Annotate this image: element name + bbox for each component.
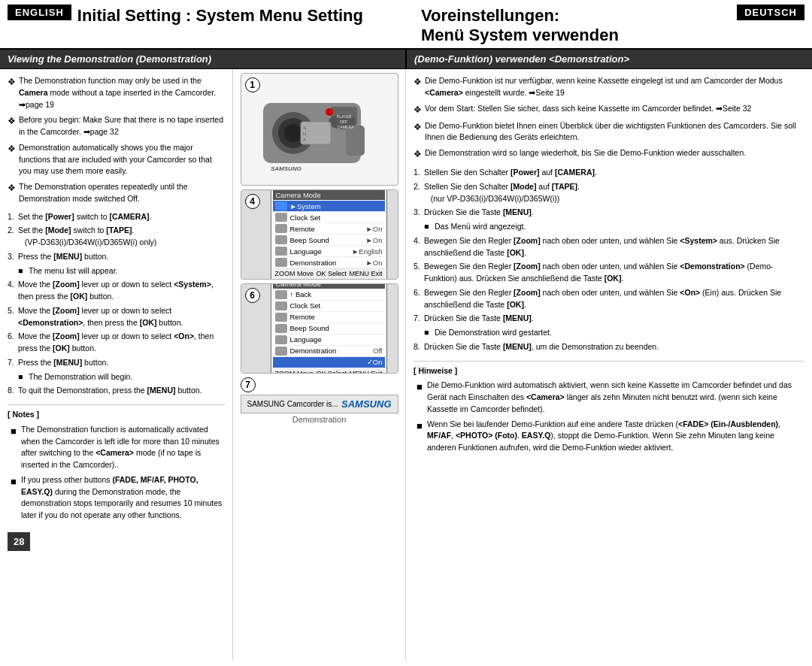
- right-step-3-sub: ■Das Menü wird angezeigt.: [414, 221, 804, 233]
- menu-footer-2: ZOOM Move OK Select MENU Exit: [273, 368, 385, 374]
- numbered-list: 1.Set the [Power] switch to [CAMERA]. 2.…: [8, 211, 225, 398]
- note-1: ■ The Demonstration function is automati…: [8, 424, 225, 471]
- menu-header-2: Camera Mode: [273, 283, 385, 289]
- bullet-4: ❖ The Demonstration operates repeatedly …: [8, 181, 225, 205]
- right-step-7-sub: ■Die Demonstration wird gestartet.: [414, 327, 804, 339]
- samsung-logo: SAMSUNG: [341, 398, 391, 410]
- diamond-icon: ❖: [414, 103, 422, 117]
- svg-text:PLAYER: PLAYER: [337, 114, 352, 119]
- step-3-sub: ■The menu list will appear.: [8, 265, 225, 277]
- right-step-7: 7.Drücken Sie die Taste [MENU].: [414, 313, 804, 325]
- menu-icon-remote: [275, 224, 287, 233]
- menu-icon-demo: [275, 258, 287, 267]
- svg-point-3: [284, 124, 302, 142]
- notes-section: [ Notes ] ■ The Demonstration function i…: [8, 404, 225, 522]
- header-left: ENGLISH Initial Setting : System Menu Se…: [8, 5, 406, 45]
- menu-icon-beep2: [275, 324, 287, 333]
- menu-row-back: ↑ Back: [273, 289, 385, 301]
- right-column: ❖ Die Demo-Funktion ist nur verfügbar, w…: [406, 69, 812, 660]
- menu-icon-clock: [275, 213, 287, 222]
- step-badge-1: 1: [245, 77, 260, 92]
- menu-box-1-container: 4 Camera Mode ►System Clock Set Remote: [241, 189, 398, 280]
- demonstration-label: Demonstration: [241, 413, 398, 425]
- right-bullet-1: ❖ Die Demo-Funktion ist nur verfügbar, w…: [414, 75, 804, 99]
- menu-row-language: Language ►English: [273, 246, 385, 257]
- step-badge-6: 6: [245, 288, 260, 303]
- menu-icon-lang2: [275, 335, 287, 344]
- page-number: 28: [8, 525, 225, 552]
- right-bullet-3: ❖ Die Demo-Funktion bietet Ihnen einen Ü…: [414, 120, 804, 144]
- menu-icon-clock2: [275, 301, 287, 310]
- menu-icon-back: [275, 290, 287, 299]
- svg-rect-5: [346, 126, 365, 156]
- step-7-sub: ■The Demonstration will begin.: [8, 371, 225, 383]
- menu-row-language2: Language: [273, 335, 385, 346]
- right-numbered-list: 1.Stellen Sie den Schalter [Power] auf […: [414, 167, 804, 353]
- right-bullet-2: ❖ Vor dem Start: Stellen Sie sicher, das…: [414, 103, 804, 117]
- right-bullets: ❖ Die Demo-Funktion ist nur verfügbar, w…: [414, 75, 804, 161]
- step-7: 7.Press the [MENU] button.: [8, 357, 225, 369]
- svg-text:OFF: OFF: [340, 120, 347, 124]
- camera-svg: PLAYER OFF CAMERA SAMSUNG S H A: [256, 80, 383, 178]
- menu-icon-remote2: [275, 313, 287, 322]
- header-right: Voreinstellungen: Menü System verwenden …: [406, 5, 804, 45]
- hinweis-1: ■ Die Demo-Funktion wird automatisch akt…: [414, 380, 804, 415]
- menu-header-1: Camera Mode: [273, 190, 385, 200]
- menu-icon-on: [275, 358, 287, 367]
- section-header-right: (Demo-Funktion) verwenden <Demonstration…: [407, 50, 812, 68]
- menu-row-remote2: Remote: [273, 312, 385, 323]
- menu-row-on: ✓On: [273, 357, 385, 368]
- english-label: ENGLISH: [8, 5, 71, 20]
- menu-row-beep2: Beep Sound: [273, 323, 385, 335]
- svg-text:SAMSUNG: SAMSUNG: [271, 165, 301, 172]
- step-badge-7: 7: [241, 377, 256, 392]
- menu-row-beep: Beep Sound ►On: [273, 235, 385, 246]
- title-left: Initial Setting : System Menu Setting: [71, 5, 406, 26]
- camera-image-box-1: 1 PLAYER OFF CAMERA: [241, 73, 398, 186]
- right-step-5: 5.Bewegen Sie den Regler [Zoom] nach obe…: [414, 261, 804, 285]
- left-bullets: ❖ The Demonstration function may only be…: [8, 75, 225, 205]
- step-6: 6.Move the [Zoom] lever up or down to se…: [8, 331, 225, 355]
- svg-text:CAMERA: CAMERA: [338, 125, 354, 129]
- right-step-6: 6.Bewegen Sie den Regler [Zoom] nach obe…: [414, 287, 804, 311]
- menu-box-2: Camera Mode ↑ Back Clock Set Remote: [271, 283, 387, 374]
- samsung-text: SAMSUNG Camcorder is...: [247, 400, 338, 408]
- hinweise-section: [ Hinweise ] ■ Die Demo-Funktion wird au…: [414, 361, 804, 454]
- step-badge-4: 4: [245, 194, 260, 209]
- center-column: 1 PLAYER OFF CAMERA: [233, 69, 406, 660]
- step-4: 4.Move the [Zoom] lever up or down to se…: [8, 279, 225, 303]
- bullet-1: ❖ The Demonstration function may only be…: [8, 75, 225, 110]
- right-step-8: 8.Drücken Sie die Taste [MENU], um die D…: [414, 341, 804, 353]
- bullet-3: ❖ Demonstration automatically shows you …: [8, 142, 225, 177]
- diamond-icon: ❖: [414, 120, 422, 144]
- svg-text:S: S: [303, 126, 306, 130]
- bullet-2: ❖ Before you begin: Make Sure that there…: [8, 114, 225, 138]
- step-2: 2.Set the [Mode] switch to [TAPE]. (VP-D…: [8, 225, 225, 249]
- menu-box-2-container: 6 Camera Mode ↑ Back Clock Set Remote: [241, 283, 398, 374]
- left-column: ❖ The Demonstration function may only be…: [0, 69, 233, 660]
- right-step-1: 1.Stellen Sie den Schalter [Power] auf […: [414, 167, 804, 179]
- menu-icon-demo2: [275, 347, 287, 356]
- step-3: 3.Press the [MENU] button.: [8, 251, 225, 263]
- svg-point-10: [326, 108, 333, 116]
- menu-footer-1: ZOOM Move OK Select MENU Exit: [273, 268, 385, 279]
- page-header: ENGLISH Initial Setting : System Menu Se…: [0, 0, 812, 50]
- menu-icon-language: [275, 247, 287, 256]
- right-step-4: 4.Bewegen Sie den Regler [Zoom] nach obe…: [414, 235, 804, 259]
- right-bullet-4: ❖ Die Demonstration wird so lange wieder…: [414, 147, 804, 161]
- menu-row-clockset2: Clock Set: [273, 301, 385, 312]
- diamond-icon: ❖: [8, 142, 16, 177]
- title-right: Voreinstellungen: Menü System verwenden: [406, 5, 737, 45]
- samsung-banner: SAMSUNG Camcorder is... SAMSUNG: [241, 395, 398, 413]
- section-header-left: Viewing the Demonstration (Demonstration…: [0, 50, 407, 68]
- svg-text:A: A: [303, 138, 306, 142]
- diamond-icon: ❖: [8, 181, 16, 205]
- diamond-icon: ❖: [414, 75, 422, 99]
- menu-2: Camera Mode ↑ Back Clock Set Remote: [271, 283, 387, 374]
- hinweise-title: [ Hinweise ]: [414, 365, 804, 377]
- diamond-icon: ❖: [8, 75, 16, 110]
- step-1: 1.Set the [Power] switch to [CAMERA].: [8, 211, 225, 223]
- main-content: ❖ The Demonstration function may only be…: [0, 69, 812, 660]
- note-2: ■ If you press other buttons (FADE, MF/A…: [8, 474, 225, 522]
- menu-1: Camera Mode ►System Clock Set Remote ►On: [271, 189, 387, 280]
